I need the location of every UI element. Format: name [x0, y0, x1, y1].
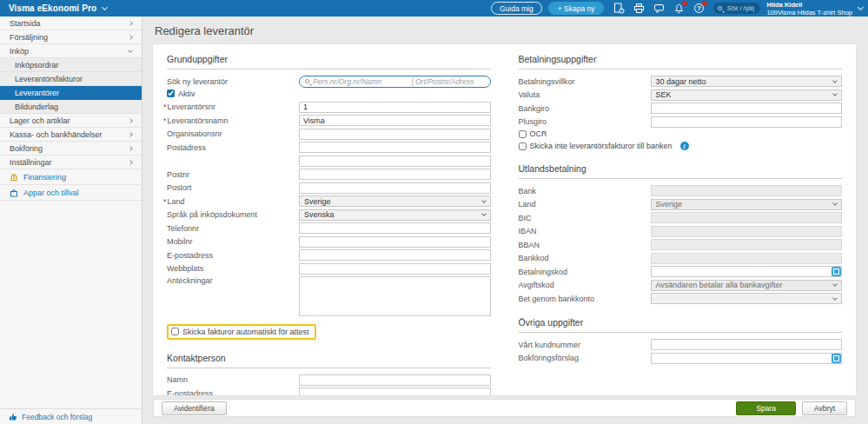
sidebar-item-inkopsordrar[interactable]: Inköpsordrar: [0, 58, 142, 72]
lookup-icon[interactable]: [832, 354, 841, 363]
land-select[interactable]: Sverige: [299, 195, 491, 207]
kontakt-epost-input[interactable]: [299, 388, 491, 395]
betalningsvillkor-select[interactable]: 30 dagar netto: [651, 76, 843, 87]
kontakt-namn-input[interactable]: [299, 374, 491, 386]
mobilnr-label: Mobilnr: [167, 237, 299, 246]
valuta-select[interactable]: SEK: [651, 89, 843, 101]
help-search[interactable]: [713, 3, 760, 14]
user-menu[interactable]: Hilda Kidell 109Visma Hildas T-shirt Sho…: [766, 1, 863, 17]
chevron-down-icon: [481, 211, 487, 216]
avidentifiera-button[interactable]: Avidentifiera: [162, 401, 227, 415]
sidebar-item-startsida[interactable]: Startsida: [0, 17, 142, 30]
sidebar-item-inkop[interactable]: Inköp: [0, 44, 142, 58]
sidebar-item-lager-och-artiklar[interactable]: Lager och artiklar: [0, 114, 142, 128]
help-icon[interactable]: ?: [692, 3, 705, 15]
sidebar-item-bokforing[interactable]: Bokföring: [0, 142, 142, 156]
sprak-select[interactable]: Svenska: [299, 209, 491, 221]
save-button[interactable]: Spara: [736, 401, 796, 415]
bell-badge: [682, 1, 687, 6]
sidebar-item-kassa-och-bankhandelser[interactable]: Kassa- och bankhändelser: [0, 128, 142, 142]
bankgiro-input[interactable]: [651, 103, 843, 114]
postort-label: Postort: [167, 183, 299, 192]
chevron-down-icon: [832, 78, 838, 83]
guide-me-button[interactable]: Guida mig: [491, 2, 542, 15]
sidebar-item-leverantorer[interactable]: Leverantörer: [0, 86, 142, 100]
footer-action-bar: Avidentifiera Spara Avbryt: [153, 399, 856, 417]
create-new-button[interactable]: + Skapa ny: [548, 2, 605, 15]
chevron-down-icon: [832, 91, 838, 96]
ocr-label: OCR: [530, 129, 547, 138]
postnr-input[interactable]: [299, 169, 491, 180]
chat-icon[interactable]: [653, 3, 665, 15]
bokforingsforslag-input[interactable]: [651, 353, 843, 364]
bet-genom-bankkonto-label: Bet genom bankkonto: [519, 295, 651, 303]
info-icon[interactable]: i: [680, 142, 689, 150]
aktiv-checkbox[interactable]: [167, 89, 175, 97]
notifications-bell-icon[interactable]: [673, 3, 685, 15]
sidebar-submenu-inkop: Inköpsordrar Leverantörsfakturor Leveran…: [0, 58, 142, 114]
vart-kundnummer-input[interactable]: [651, 339, 843, 350]
section-ovriga-uppgifter: Övriga uppgifter: [519, 313, 843, 333]
lookup-icon[interactable]: [832, 267, 841, 276]
bankkod-input: [651, 253, 843, 264]
postadress-input[interactable]: [299, 142, 491, 153]
section-betalningsuppgifter: Betalningsuppgifter: [519, 50, 843, 70]
bankgiro-label: Bankgiro: [519, 104, 651, 113]
sidebar-item-appar-och-tillval[interactable]: Appar och tillval: [0, 185, 142, 201]
attest-checkbox[interactable]: [171, 328, 179, 335]
bet-genom-bankkonto-select[interactable]: [651, 293, 843, 304]
mobilnr-input[interactable]: [299, 236, 491, 248]
bban-input: [651, 239, 843, 250]
help-search-input[interactable]: [725, 3, 756, 13]
postadress2-input[interactable]: [299, 156, 491, 167]
aktiv-label: Aktiv: [178, 89, 195, 98]
search-icon: [718, 6, 722, 10]
app-title[interactable]: Visma eEkonomi Pro: [9, 3, 96, 13]
plusgiro-input[interactable]: [651, 116, 843, 128]
document-history-icon[interactable]: [613, 3, 625, 15]
chevron-right-icon: [128, 21, 133, 26]
sidebar-item-bildunderlag[interactable]: Bildunderlag: [0, 100, 142, 114]
sidebar-item-finansiering[interactable]: Finansiering: [0, 169, 142, 185]
app-menu-chevron-icon[interactable]: [102, 4, 108, 10]
attest-highlight-box: Skicka fakturor automatiskt för attest: [167, 324, 316, 340]
telefonnr-label: Telefonnr: [167, 224, 299, 233]
plusgiro-label: Plusgiro: [519, 117, 651, 126]
chevron-down-icon: [832, 201, 838, 206]
user-company: 109Visma Hildas T-shirt Shop: [766, 9, 852, 17]
sprak-label: Språk på inköpsdokument: [167, 210, 299, 219]
shopping-bag-icon: [10, 189, 18, 197]
organisationsnr-input[interactable]: [299, 129, 491, 140]
skicka-inte-label: Skicka inte leverantörsfakturor till ban…: [530, 142, 673, 150]
iban-label: IBAN: [519, 227, 651, 235]
bank-label: Bank: [519, 187, 651, 195]
chevron-right-icon: [128, 146, 133, 151]
leverantorsnr-input[interactable]: [299, 102, 491, 113]
ocr-checkbox[interactable]: [519, 130, 527, 138]
leverantorsnr-label: Leverantörsnr: [168, 103, 216, 111]
chevron-down-icon: [481, 198, 487, 203]
skicka-inte-checkbox[interactable]: [519, 142, 527, 150]
left-column: Grunduppgifter Sök ny leverantör Pers.nr…: [167, 50, 491, 395]
new-supplier-search-input[interactable]: Pers.nr/Org.nr/Namn | Ort/Postnr/Adress: [299, 76, 491, 88]
sidebar-item-installningar[interactable]: Inställningar: [0, 156, 142, 169]
search-placeholder-left: Pers.nr/Org.nr/Namn: [313, 77, 407, 86]
bank-input: [651, 185, 843, 196]
betalningskod-input[interactable]: [651, 266, 843, 277]
webbplats-input[interactable]: [299, 263, 491, 275]
anteckningar-textarea[interactable]: [299, 276, 491, 316]
betalningsvillkor-label: Betalningsvillkor: [519, 77, 651, 86]
feedback-link[interactable]: Feedback och förslag: [0, 408, 142, 424]
bic-label: BIC: [519, 214, 651, 222]
right-column: Betalningsuppgifter Betalningsvillkor 30…: [519, 50, 843, 395]
organisationsnr-label: Organisationsnr: [167, 129, 299, 138]
sidebar-item-leverantorsfakturor[interactable]: Leverantörsfakturor: [0, 72, 142, 86]
print-icon[interactable]: [633, 3, 645, 15]
main-area: Redigera leverantör Grunduppgifter Sök n…: [142, 17, 868, 424]
postort-input[interactable]: [299, 182, 491, 194]
sidebar-item-forsaljning[interactable]: Försäljning: [0, 30, 142, 44]
epostadress-input[interactable]: [299, 249, 491, 261]
cancel-button[interactable]: Avbryt: [802, 401, 847, 415]
telefonnr-input[interactable]: [299, 222, 491, 234]
leverantorsnamn-input[interactable]: [299, 115, 491, 126]
